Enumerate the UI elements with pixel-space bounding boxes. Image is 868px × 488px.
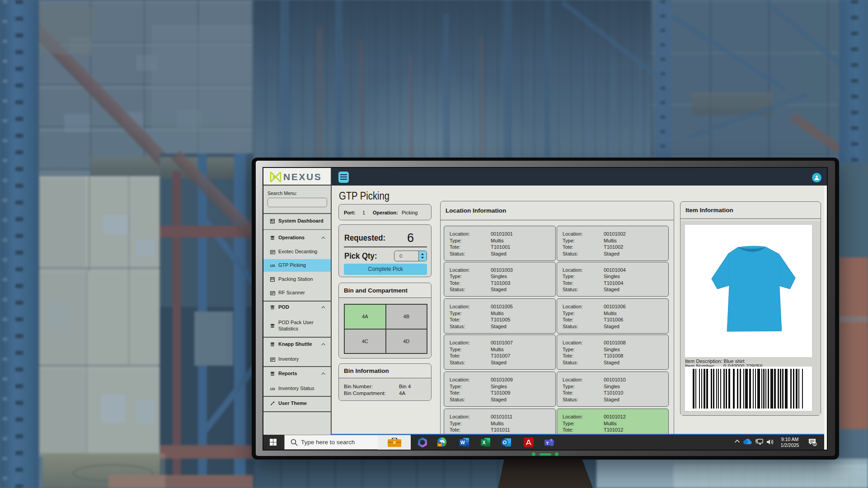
svg-text:5: 5 (814, 442, 816, 446)
